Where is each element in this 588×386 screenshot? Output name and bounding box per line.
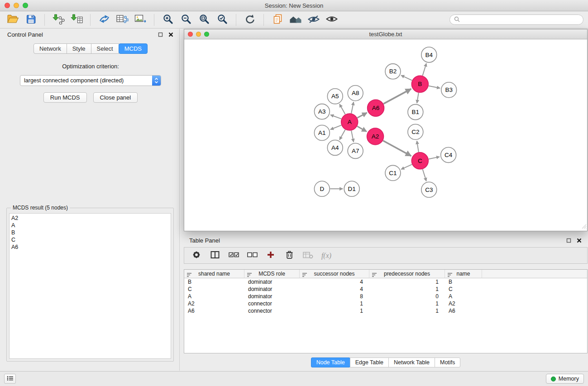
- edge-A-A2[interactable]: [357, 126, 367, 132]
- mcds-result-list[interactable]: A2ABCA6: [9, 213, 171, 359]
- search-box[interactable]: [449, 14, 583, 25]
- optimization-criterion-select[interactable]: largest connected component (directed): [20, 75, 161, 86]
- edge-B-B2[interactable]: [401, 75, 412, 80]
- table-tab-motifs[interactable]: Motifs: [435, 357, 460, 367]
- network-canvas[interactable]: B4B2BB3A5A8A6A3B1AC2A1A2A4A7C4CC1C3DD1: [184, 40, 587, 231]
- table-gear-button[interactable]: [191, 249, 202, 262]
- toolbar-home-button[interactable]: [287, 13, 304, 27]
- panel-menu-button[interactable]: [4, 374, 16, 384]
- minimize-traffic-light[interactable]: [14, 3, 19, 8]
- node-B4[interactable]: B4: [421, 47, 437, 62]
- network-minimize-traffic-light[interactable]: [196, 32, 201, 37]
- toolbar-eye-button[interactable]: [324, 13, 340, 27]
- column-header-predecessor-nodes[interactable]: predecessor nodes: [369, 270, 445, 278]
- column-header-mcds-role[interactable]: MCDS role: [244, 270, 300, 278]
- node-A8[interactable]: A8: [348, 86, 363, 101]
- network-zoom-traffic-light[interactable]: [204, 32, 209, 37]
- node-C1[interactable]: C1: [385, 165, 401, 181]
- edge-A-A5[interactable]: [339, 104, 345, 114]
- toolbar-zoom-fit-button[interactable]: [196, 13, 212, 27]
- toolbar-import-table-button[interactable]: [68, 13, 85, 27]
- edge-B-B1[interactable]: [417, 93, 419, 103]
- run-mcds-button[interactable]: Run MCDS: [43, 92, 87, 103]
- toolbar-open-folder-button[interactable]: [5, 13, 21, 27]
- edge-A2-C[interactable]: [383, 141, 411, 156]
- node-A[interactable]: A: [341, 114, 358, 130]
- float-panel-button[interactable]: [157, 31, 163, 38]
- close-table-panel-button[interactable]: [576, 237, 582, 243]
- table-tab-node-table[interactable]: Node Table: [311, 357, 350, 367]
- control-tab-select[interactable]: Select: [91, 43, 119, 54]
- node-C4[interactable]: C4: [441, 147, 456, 162]
- toolbar-annotation-button[interactable]: [269, 13, 286, 27]
- table-row[interactable]: Adominator80A: [184, 293, 587, 300]
- control-tab-style[interactable]: Style: [67, 43, 91, 54]
- table-row[interactable]: Cdominator41C: [184, 286, 587, 293]
- node-C[interactable]: C: [411, 152, 428, 169]
- mcds-result-item[interactable]: A6: [11, 243, 171, 251]
- column-header-shared-name[interactable]: shared name: [184, 270, 244, 278]
- node-A1[interactable]: A1: [314, 125, 330, 141]
- table-row[interactable]: A6connector11A6: [184, 307, 587, 315]
- float-table-panel-button[interactable]: [565, 237, 572, 243]
- node-B2[interactable]: B2: [385, 64, 401, 79]
- edge-A-A6[interactable]: [357, 113, 367, 118]
- toolbar-image-network-button[interactable]: [132, 13, 148, 27]
- search-input[interactable]: [462, 17, 579, 23]
- edge-B-B3[interactable]: [429, 86, 440, 88]
- table-fx-button[interactable]: f(x): [320, 249, 332, 262]
- close-traffic-light[interactable]: [5, 3, 10, 8]
- table-select-all-button[interactable]: [228, 249, 239, 262]
- node-A6[interactable]: A6: [368, 100, 384, 116]
- toolbar-save-button[interactable]: [23, 13, 39, 27]
- edge-A-A8[interactable]: [351, 102, 354, 113]
- edge-C-C4[interactable]: [429, 157, 440, 159]
- edge-A-A1[interactable]: [330, 125, 341, 130]
- zoom-traffic-light[interactable]: [23, 3, 28, 8]
- toolbar-zoom-selected-button[interactable]: [214, 13, 230, 27]
- edge-B-B4[interactable]: [423, 63, 426, 76]
- table-trash-button[interactable]: [283, 249, 295, 262]
- edge-A-A4[interactable]: [339, 130, 345, 140]
- node-A5[interactable]: A5: [327, 89, 343, 104]
- network-close-traffic-light[interactable]: [188, 32, 193, 37]
- node-A3[interactable]: A3: [314, 104, 330, 119]
- table-tab-edge-table[interactable]: Edge Table: [350, 357, 389, 367]
- toolbar-table-network-button[interactable]: [114, 13, 130, 27]
- toolbar-import-network-button[interactable]: [50, 13, 67, 27]
- table-tab-network-table[interactable]: Network Table: [388, 357, 435, 367]
- mcds-result-item[interactable]: C: [11, 236, 171, 243]
- edge-A6-B[interactable]: [383, 89, 411, 104]
- table-row[interactable]: A2connector11A2: [184, 300, 587, 307]
- memory-button[interactable]: Memory: [546, 374, 584, 384]
- edge-C-C1[interactable]: [401, 164, 412, 169]
- toolbar-zoom-out-button[interactable]: [178, 13, 194, 27]
- edge-C-C2[interactable]: [417, 141, 419, 152]
- control-tab-network[interactable]: Network: [33, 43, 67, 54]
- toolbar-refresh-button[interactable]: [242, 13, 258, 27]
- table-add-column-button[interactable]: [265, 249, 277, 262]
- toolbar-hide-button[interactable]: [306, 13, 322, 27]
- edge-A-A3[interactable]: [330, 115, 341, 119]
- column-header-successor-nodes[interactable]: successor nodes: [300, 270, 369, 278]
- mcds-result-item[interactable]: A2: [11, 214, 171, 222]
- control-tab-mcds[interactable]: MCDS: [119, 43, 148, 54]
- node-C3[interactable]: C3: [421, 182, 437, 197]
- close-panel-button-secondary[interactable]: Close panel: [93, 92, 138, 103]
- node-C2[interactable]: C2: [408, 124, 423, 140]
- node-D1[interactable]: D1: [344, 181, 359, 196]
- table-deselect-all-button[interactable]: [246, 249, 258, 262]
- node-A2[interactable]: A2: [367, 128, 384, 145]
- resize-grip[interactable]: [582, 224, 587, 230]
- table-delete-table-button[interactable]: [302, 249, 314, 262]
- node-B[interactable]: B: [411, 76, 428, 92]
- column-header-name[interactable]: name: [445, 270, 482, 278]
- toolbar-network-shuffle-button[interactable]: [96, 13, 112, 27]
- node-A4[interactable]: A4: [327, 140, 343, 155]
- mcds-result-item[interactable]: A: [11, 222, 171, 229]
- toolbar-zoom-in-button[interactable]: [160, 13, 176, 27]
- close-panel-button[interactable]: [167, 31, 174, 38]
- node-A7[interactable]: A7: [348, 143, 363, 158]
- node-D[interactable]: D: [314, 181, 330, 196]
- mcds-result-item[interactable]: B: [11, 229, 171, 236]
